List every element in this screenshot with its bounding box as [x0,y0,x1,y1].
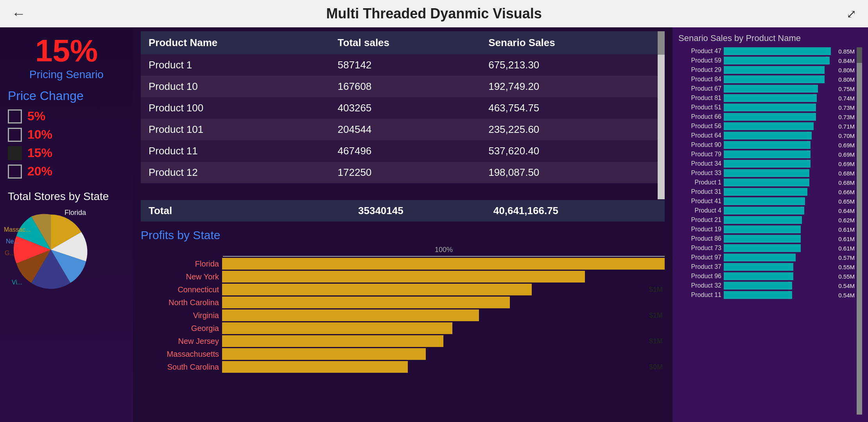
scenario-bar-name: Product 41 [678,198,721,205]
total-label: Total [141,200,350,222]
right-scrollbar-thumb[interactable] [857,47,862,63]
back-button[interactable]: ← [12,5,26,22]
pie-label-vi: Vi... [12,279,22,286]
table-scrollbar[interactable] [658,31,665,199]
cell-product-name: Product 10 [141,76,330,97]
scenario-bar-name: Product 59 [678,57,721,64]
scenario-bar-name: Product 64 [678,132,721,139]
profit-bar-outer [222,322,665,334]
profit-bar-label: North Carolina [141,298,219,307]
checkbox-20pct[interactable]: 20% [8,164,125,179]
center-panel: Product Name Total sales Senario Sales P… [133,27,673,422]
cell-product-name: Product 101 [141,119,330,140]
scenario-bar-fill [724,291,792,299]
scenario-bar-fill [724,216,802,224]
checkbox-box-20pct[interactable] [8,165,22,179]
table-row: Product 101204544235,225.60 [141,119,665,140]
cell-product-name: Product 100 [141,97,330,119]
profit-bar-outer: $0M [222,361,665,373]
profit-bar-outer: $1M [222,309,665,321]
total-table: Total 35340145 40,641,166.75 [141,200,665,222]
scenario-bar-name: Product 4 [678,207,721,214]
scenario-bar-fill [724,169,809,177]
scenario-bar-outer [724,272,831,280]
main-layout: 15% Pricing Senario Price Change 5% 10% … [0,27,868,422]
scenario-bar-name: Product 97 [678,254,721,261]
cell-total-sales: 587142 [330,54,481,76]
scenario-bar-value: 0.75M [833,86,855,92]
scenario-bar-outer [724,75,831,83]
scenario-bar-fill [724,113,816,121]
total-stores-section: Total Stores by State [8,190,125,294]
right-scrollbar[interactable] [857,47,862,415]
scenario-bar-fill [724,47,831,55]
table-row: Product 1587142675,213.30 [141,54,665,76]
percent-label: 100% [223,246,665,254]
profit-bar-fill [222,271,585,283]
scenario-bar-outer [724,282,831,290]
checkbox-box-10pct[interactable] [8,128,22,142]
cell-total-sales: 172250 [330,162,481,183]
scenario-bar-value: 0.80M [833,67,855,73]
scenario-bar-row: Product 340.69M [678,160,855,168]
scenario-bar-value: 0.68M [833,179,855,186]
checkbox-5pct[interactable]: 5% [8,109,125,123]
scenario-bar-name: Product 19 [678,226,721,233]
scenario-bar-outer [724,122,831,130]
scenario-bar-row: Product 790.69M [678,150,855,158]
scenario-bar-row: Product 210.62M [678,216,855,224]
cell-total-sales: 204544 [330,119,481,140]
scenario-bar-value: 0.80M [833,76,855,83]
pricing-percent: 15% [8,35,125,66]
scenario-bar-row: Product 370.55M [678,263,855,271]
scenario-bar-name: Product 90 [678,141,721,148]
pie-label-massac: Massac... [4,226,30,233]
scenario-bar-name: Product 29 [678,66,721,73]
profit-bar-row: North Carolina [141,297,665,308]
expand-button[interactable]: ⤢ [846,7,856,21]
scenario-bar-name: Product 81 [678,95,721,102]
profit-bar-fill [222,348,426,360]
scenario-bar-row: Product 40.64M [678,207,855,215]
checkbox-10pct[interactable]: 10% [8,127,125,142]
scenario-bar-outer [724,291,831,299]
cell-product-name: Product 12 [141,162,330,183]
scenario-bar-row: Product 10.68M [678,179,855,186]
scenario-bar-row: Product 960.55M [678,272,855,280]
scenario-bar-row: Product 190.61M [678,225,855,233]
checkbox-label-5pct: 5% [27,109,45,123]
profit-bar-value: $1M [649,337,663,345]
pie-label-ne: Ne... [6,238,19,245]
scenario-bar-outer [724,263,831,271]
profit-bar-row: Florida [141,258,665,270]
total-scenario: 40,641,166.75 [486,200,665,222]
checkbox-15pct[interactable]: 15% [8,146,125,160]
scenario-bar-outer [724,235,831,243]
profit-bar-outer: $1M [222,284,665,295]
scenario-bar-value: 0.55M [833,273,855,280]
scenario-bar-outer [724,244,831,252]
scenario-bar-row: Product 560.71M [678,122,855,130]
total-sales: 35340145 [350,200,486,222]
checkbox-box-15pct[interactable] [8,146,22,160]
pricing-scenario-label: Pricing Senario [8,68,125,81]
profit-bar-fill [222,361,408,373]
cell-total-sales: 467496 [330,140,481,162]
scenario-bar-name: Product 21 [678,216,721,224]
scenario-bar-fill [724,85,818,93]
scenario-bar-fill [724,197,805,205]
profit-bar-label: Connecticut [141,285,219,294]
scenario-bar-value: 0.61M [833,226,855,233]
checkbox-box-5pct[interactable] [8,109,22,123]
pie-label-g: G... [5,250,15,257]
scrollbar-thumb[interactable] [658,31,665,55]
profit-bar-outer [222,271,665,283]
scenario-bar-name: Product 67 [678,85,721,92]
profit-bar-row: Massachusetts [141,348,665,360]
scenario-bar-row: Product 970.57M [678,254,855,261]
cell-product-name: Product 1 [141,54,330,76]
scenario-bar-name: Product 1 [678,179,721,186]
col-product-name: Product Name [141,31,330,54]
total-stores-title: Total Stores by State [8,190,125,203]
scenario-bar-fill [724,235,801,243]
